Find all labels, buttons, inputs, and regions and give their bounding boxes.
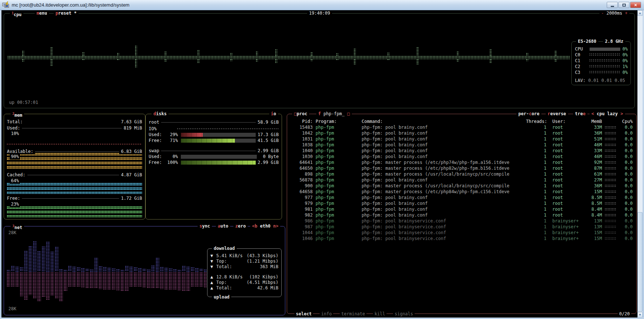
net-stat-row: ▼Top:(1.21 Mibps) bbox=[210, 259, 278, 264]
minimize-button[interactable] bbox=[607, 2, 618, 8]
process-row[interactable]: 56878php-fpmphp-fpm: pool brainy.conf1ro… bbox=[290, 177, 633, 183]
process-row[interactable]: 64641php-fpmphp-fpm: master process (/et… bbox=[290, 160, 633, 165]
update-interval: - 2000ms + bbox=[599, 10, 629, 16]
process-row[interactable]: 982php-fpmphp-fpm: pool brainy.conf1root… bbox=[290, 212, 633, 218]
process-row[interactable]: 977php-fpmphp-fpm: pool brainy.conf1root… bbox=[290, 195, 633, 200]
window-title: mc [root@ub24.itdeveloper.com.ua]:/lib/s… bbox=[12, 2, 607, 8]
net-stat-row: ▲12.8 KiB/s(102 Kibps) bbox=[210, 274, 278, 280]
net-stats-box: download ▼5.41 KiB/s(43.3 Kibps)▼Top:(1.… bbox=[207, 248, 282, 297]
close-button[interactable]: × bbox=[630, 2, 641, 8]
mem-used-percent: 10% bbox=[10, 131, 20, 136]
load-average: LAV: 0.01 0.01 0.05 bbox=[575, 78, 625, 83]
mem-free-row: Free:1.72 GiB bbox=[7, 195, 142, 201]
download-title: download bbox=[212, 245, 237, 251]
clock: 19:40:09 bbox=[307, 10, 332, 16]
cpu-core-row: C30% bbox=[572, 70, 630, 75]
disks-box-title[interactable]: disks bbox=[152, 111, 168, 117]
kill-button[interactable]: kill bbox=[373, 311, 386, 317]
cpu-info-panel: E5-2680 2.8 GHz CPU0%C00%C10%C21%C30% LA… bbox=[571, 41, 631, 85]
select-button[interactable]: select bbox=[294, 311, 313, 317]
process-row[interactable]: 1042php-fpmphp-fpm: pool brainy.conf1roo… bbox=[290, 130, 633, 136]
cpu-usage-graph bbox=[8, 46, 570, 69]
terminal: 1cpu menu preset * 19:40:09 - 2000ms + u… bbox=[1, 10, 637, 318]
reverse-button[interactable]: reverse bbox=[546, 111, 568, 117]
process-row[interactable]: 1030php-fpmphp-fpm: pool brainy.conf1roo… bbox=[290, 154, 633, 160]
scrollbar[interactable]: ▲ ▼ bbox=[637, 10, 643, 318]
cpu-core-list: CPU0%C00%C10%C21%C30% bbox=[572, 46, 630, 75]
swap-free-bar bbox=[181, 161, 257, 165]
net-interface-switcher[interactable]: <b eth0 n> bbox=[250, 223, 280, 229]
sort-selector[interactable]: < cpu lazy > bbox=[590, 111, 625, 117]
net-scale-top: 28K bbox=[8, 230, 17, 235]
process-row[interactable]: 986php-fpmphp-fpm: pool brainyservice.co… bbox=[290, 218, 633, 224]
process-row[interactable]: 900php-fpmphp-fpm: master process (/usr/… bbox=[290, 183, 633, 189]
mem-available-meter bbox=[7, 153, 142, 170]
net-sync-button[interactable]: sync bbox=[198, 223, 212, 229]
disk-root-free-row: Free:71% 41.5 GiB bbox=[149, 138, 279, 143]
cpu-core-row: C21% bbox=[572, 64, 630, 70]
net-zero-button[interactable]: zero bbox=[233, 223, 248, 229]
interval-plus-button[interactable]: + bbox=[625, 11, 628, 16]
disks-box: disks io root58.9 GiB IO% Used:29% 17.3 … bbox=[145, 114, 282, 219]
proc-filter[interactable]: f php-fpm_ □ bbox=[316, 111, 352, 117]
process-row[interactable]: 64658php-fpmphp-fpm: master process (/et… bbox=[290, 189, 633, 195]
process-row[interactable]: 64650php-fpmphp-fpm: master process (/et… bbox=[290, 165, 633, 171]
maximize-button[interactable] bbox=[618, 2, 629, 8]
process-row[interactable]: 1038php-fpmphp-fpm: pool brainy.conf1roo… bbox=[290, 142, 633, 148]
proc-counter: 0/20 bbox=[618, 311, 631, 317]
process-row[interactable]: 15483php-fpmphp-fpm: pool brainy.conf1ro… bbox=[290, 124, 633, 130]
interval-minus-button[interactable]: - bbox=[601, 11, 604, 16]
tree-button[interactable]: tree bbox=[573, 111, 587, 117]
process-row[interactable]: 1044php-fpmphp-fpm: pool brainyservice.c… bbox=[290, 230, 633, 236]
scrollbar-thumb[interactable] bbox=[637, 212, 643, 312]
net-stat-row: ▲Total:42.6 MiB bbox=[210, 285, 278, 291]
screen: { "window": { "title": "mc [root@ub24.it… bbox=[0, 0, 644, 319]
process-row[interactable]: 898php-fpmphp-fpm: master process (/usr/… bbox=[290, 171, 633, 177]
scroll-up-button[interactable]: ▲ bbox=[637, 10, 643, 16]
cpu-box: 1cpu menu preset * 19:40:09 - 2000ms + u… bbox=[4, 13, 635, 108]
cpu-graph-baseline bbox=[8, 56, 570, 59]
process-row[interactable]: 981php-fpmphp-fpm: pool brainy.conf1root… bbox=[290, 206, 633, 212]
disk-root-used-row: Used:29% 17.3 GiB bbox=[149, 132, 279, 138]
per-core-button[interactable]: per-core bbox=[517, 111, 541, 117]
maximize-icon bbox=[622, 4, 626, 7]
disk-used-bar bbox=[181, 133, 257, 137]
proc-box: □proc f php-fpm_ □ per-core reverse tree… bbox=[287, 114, 637, 314]
process-row[interactable]: 1031php-fpmphp-fpm: pool brainy.conf1roo… bbox=[290, 136, 633, 142]
cpu-core-row: CPU0% bbox=[572, 46, 630, 52]
net-scale-bottom: 28K bbox=[8, 306, 17, 311]
uptime-label: up 00:57:01 bbox=[9, 100, 38, 105]
mem-free-percent: 23% bbox=[10, 201, 20, 207]
cpu-model-label: E5-2680 bbox=[576, 38, 598, 44]
menu-button[interactable]: menu bbox=[35, 10, 49, 16]
process-row[interactable]: 987php-fpmphp-fpm: pool brainyservice.co… bbox=[290, 224, 633, 230]
scroll-down-button[interactable]: ▼ bbox=[637, 312, 643, 318]
disk-swap-row: swap2.99 GiB bbox=[149, 148, 279, 154]
cpu-core-row: C00% bbox=[572, 52, 630, 58]
window-border-right bbox=[643, 10, 644, 319]
io-mode-button[interactable]: io bbox=[269, 111, 278, 117]
net-box-title[interactable]: 3net bbox=[11, 223, 24, 230]
process-row[interactable]: 1040php-fpmphp-fpm: pool brainy.conf1roo… bbox=[290, 148, 633, 154]
process-row[interactable]: 1046php-fpmphp-fpm: pool brainyservice.c… bbox=[290, 236, 633, 241]
mem-free-meter bbox=[7, 206, 142, 217]
net-auto-button[interactable]: auto bbox=[216, 223, 230, 229]
filter-clear-button[interactable]: □ bbox=[347, 111, 350, 116]
cpu-box-title[interactable]: 1cpu bbox=[10, 10, 23, 18]
preset-button[interactable]: preset * bbox=[54, 10, 79, 16]
swap-used-bar bbox=[181, 155, 257, 159]
sort-prev-icon[interactable]: < bbox=[591, 111, 594, 116]
proc-box-title[interactable]: □proc bbox=[292, 111, 309, 117]
mem-available-percent: 90% bbox=[10, 154, 20, 160]
terminate-button[interactable]: terminate bbox=[340, 311, 366, 317]
mem-used-row: Used:819 MiB bbox=[7, 125, 142, 131]
mem-box-title[interactable]: 2mem bbox=[11, 111, 24, 118]
signals-button[interactable]: signals bbox=[393, 311, 415, 317]
sort-next-icon[interactable]: > bbox=[621, 111, 623, 116]
window-border-bottom bbox=[0, 318, 644, 319]
process-row[interactable]: 979php-fpmphp-fpm: pool brainy.conf1root… bbox=[290, 200, 633, 206]
putty-app-icon bbox=[2, 1, 9, 9]
info-button[interactable]: info bbox=[320, 311, 333, 317]
titlebar[interactable]: mc [root@ub24.itdeveloper.com.ua]:/lib/s… bbox=[0, 0, 644, 10]
proc-table: 15483php-fpmphp-fpm: pool brainy.conf1ro… bbox=[290, 124, 633, 241]
